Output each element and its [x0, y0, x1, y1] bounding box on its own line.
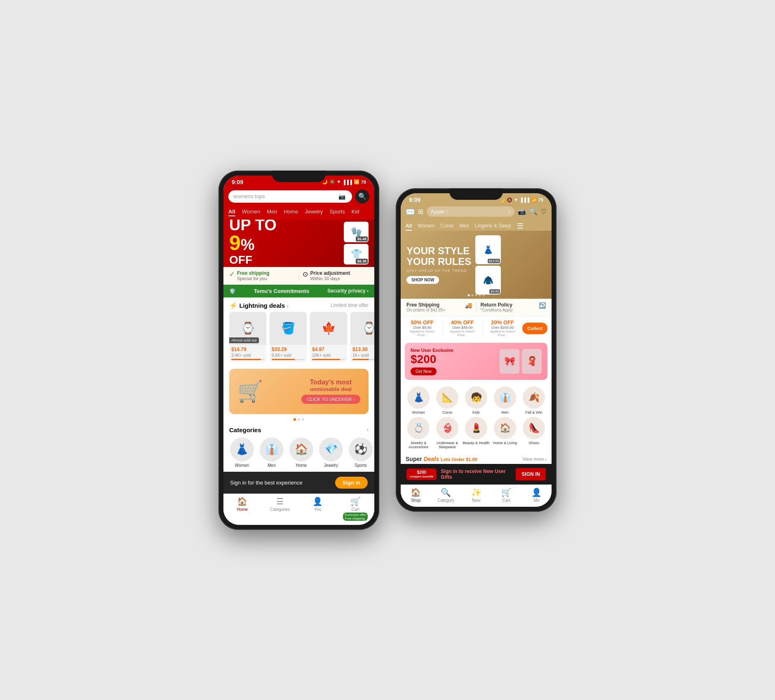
camera-icon[interactable]: 📷: [338, 193, 345, 200]
cat-sports[interactable]: ⚽ Sports: [348, 438, 373, 468]
return-policy-info: Return Policy *Conditions Apply: [481, 302, 539, 312]
p2-cat-jewelry[interactable]: 💍 Jewelry &Accessories: [404, 417, 433, 449]
p2-cat-curve[interactable]: 📐 Curve: [433, 386, 462, 414]
p2-nav-category[interactable]: 🔍 Category: [431, 487, 461, 503]
camera-icon-2[interactable]: 📷: [518, 208, 526, 215]
p2-nav-me[interactable]: 👤 Me: [521, 487, 552, 503]
hamburger-icon[interactable]: ☰: [517, 222, 524, 231]
p2-tab-curve[interactable]: Curve: [440, 222, 453, 231]
p2-cat-kids[interactable]: 🧒 Kids: [462, 386, 491, 414]
you-nav-label: You: [314, 507, 321, 512]
p2-tab-women[interactable]: Women: [418, 222, 434, 231]
p2-category-label: Category: [438, 498, 455, 503]
p2-nav-shop[interactable]: 🏠 Shop: [401, 487, 431, 503]
deal-card-1[interactable]: ⌚ Almost sold out $14.79 3.4K+ sold: [229, 312, 266, 362]
security-link[interactable]: Security privacy ›: [327, 288, 369, 294]
bluetooth-icon-2: ✦: [514, 197, 518, 203]
silent-icon: 🔕: [329, 179, 335, 185]
search-icon-2[interactable]: 🔍: [529, 208, 538, 215]
grid-icon[interactable]: ⊞: [418, 208, 423, 215]
lightning-sub: Limited time offer: [331, 302, 369, 308]
tab-all[interactable]: All: [228, 208, 235, 216]
p2-curve-emoji: 📐: [442, 392, 453, 403]
p2-jewelry-emoji: 💍: [413, 423, 424, 433]
p2-cat-circ-curve: 📐: [436, 386, 458, 409]
p2-shop-label: Shop: [411, 498, 420, 503]
tab-kids[interactable]: Kid: [352, 208, 359, 216]
tab-men[interactable]: Men: [267, 208, 277, 216]
categories-nav-icon: ☰: [276, 496, 284, 506]
p2-cat-underwear[interactable]: 👙 Underwear &Sleepwear: [433, 417, 462, 449]
hero-shop-btn[interactable]: SHOP NOW: [406, 276, 439, 284]
super-deals-header: Super Deals Lots Under $1.00 View more ›: [401, 452, 552, 464]
p2-tab-lingerie[interactable]: Lingerie & Sleep: [475, 222, 511, 231]
p2-cat-shoes[interactable]: 👠 Shoes: [519, 417, 548, 449]
hero-product-2-emoji: 🧥: [483, 275, 493, 285]
tab-home[interactable]: Home: [284, 208, 298, 216]
hero-text: YOUR STYLE YOUR RULES STAY AHEAD OF THE …: [406, 246, 471, 284]
phone2-signin-button[interactable]: SIGN IN: [516, 468, 546, 480]
phone2-hero-banner[interactable]: YOUR STYLE YOUR RULES STAY AHEAD OF THE …: [401, 231, 552, 299]
p2-cat-women[interactable]: 👗 Women: [404, 386, 433, 414]
categories-chevron[interactable]: ›: [367, 427, 369, 433]
hero-line1: YOUR STYLE: [406, 246, 471, 256]
promo-banner[interactable]: 2nd AnniversarySale UP TO9% OFF SHOP NOW…: [223, 220, 374, 267]
mail-icon[interactable]: ✉️: [406, 207, 415, 216]
deal-price-1: $14.79: [229, 345, 266, 353]
p2-home-emoji: 🏠: [500, 423, 511, 433]
view-more-link[interactable]: View more ›: [523, 457, 547, 461]
p2-cat-fall[interactable]: 🍂 Fall & Win: [519, 386, 548, 414]
p2-tab-all[interactable]: All: [406, 222, 412, 231]
disc-50-pct: 50% OFF: [405, 319, 439, 325]
notch-1: [272, 171, 326, 182]
nav-categories[interactable]: ☰ Categories: [261, 496, 299, 521]
p2-nav-cart[interactable]: 🛒 Cart: [491, 487, 521, 503]
cat-home[interactable]: 🏠 Home: [289, 438, 314, 468]
cat-jewelry[interactable]: 💎 Jewelry: [318, 438, 344, 468]
cat-label-men: Men: [268, 463, 275, 468]
get-now-btn[interactable]: Get Now: [411, 368, 437, 375]
todays-deal-btn[interactable]: CLICK TO UNCOVER ›: [301, 395, 360, 404]
nav-home[interactable]: 🏠 Home: [223, 496, 261, 521]
coupon-amount: $200: [410, 470, 433, 475]
hero-dots: [468, 294, 485, 296]
p2-nav-new[interactable]: ✨ New: [461, 487, 491, 503]
search-input[interactable]: womens tops 📷: [228, 190, 352, 203]
lightning-title-row: ⚡ Lightning deals ›: [229, 302, 289, 309]
commitments-bar[interactable]: 🛡️ Temu's Commitments Security privacy ›: [223, 285, 374, 297]
p2-cat-circ-jewelry: 💍: [407, 417, 430, 439]
p2-cat-label-kids: Kids: [472, 410, 480, 414]
battery-icon: 79: [361, 180, 366, 185]
banner-product-2: 👕 $8.38: [344, 244, 369, 265]
nav-cart[interactable]: 🛒 Cart Exclusive offerFree shipping: [337, 496, 375, 521]
collect-button[interactable]: Collect: [522, 323, 547, 334]
deal-card-4[interactable]: ⌚ $13.30 1K+ sold: [350, 312, 374, 362]
disc-20-over: Over $169.00: [485, 325, 520, 330]
tab-jewelry[interactable]: Jewelry: [305, 208, 323, 216]
tab-sports[interactable]: Sports: [329, 208, 345, 216]
todays-deal-banner[interactable]: 🛒 Today's most unmissable deal CLICK TO …: [229, 369, 369, 414]
deal-sold-3: 10K+ sold: [310, 353, 347, 359]
deal-card-2[interactable]: 🪣 $33.29 9.6K+ sold: [270, 312, 307, 362]
p2-cat-beauty[interactable]: 💄 Beauty & Health: [462, 417, 491, 449]
p2-tab-men[interactable]: Men: [460, 222, 469, 231]
phone2-search-bar[interactable]: Apple ↑ ↑: [427, 206, 514, 217]
super-text: Super: [406, 456, 422, 462]
cat-men[interactable]: 👔 Men: [259, 438, 284, 468]
p2-cat-homeliving[interactable]: 🏠 Home & Living: [491, 417, 519, 449]
deal-progress-fill-2: [272, 359, 295, 360]
free-shipping-item: ✓ Free shipping Special for you: [229, 270, 296, 281]
dot-3: [302, 418, 304, 421]
new-user-banner[interactable]: New User Exclusive $200 Get Now 🎀 🧣: [405, 343, 547, 380]
p2-cat-men[interactable]: 👔 Men: [491, 386, 519, 414]
heart-icon[interactable]: ♡: [541, 208, 547, 215]
signin-button-1[interactable]: Sign in: [335, 477, 368, 489]
deal-progress-fill-1: [231, 359, 261, 360]
cat-women[interactable]: 👗 Women: [229, 438, 255, 468]
deal-card-3[interactable]: 🍁 $4.97 10K+ sold: [310, 312, 347, 362]
nav-you[interactable]: 👤 You: [299, 496, 337, 521]
return-policy-sub: *Conditions Apply: [481, 308, 539, 312]
signal-icon: ▐▐▐: [342, 180, 352, 185]
tab-women[interactable]: Women: [242, 208, 261, 216]
search-button[interactable]: 🔍: [355, 190, 369, 204]
